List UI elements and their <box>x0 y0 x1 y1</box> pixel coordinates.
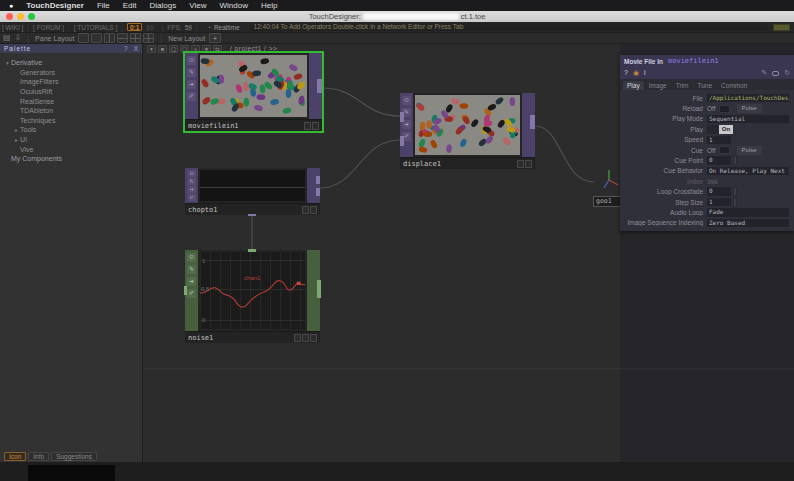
close-button[interactable] <box>6 13 13 20</box>
layout-grid-button[interactable] <box>143 33 154 43</box>
layout-hsplit-button[interactable] <box>117 33 128 43</box>
link--tutorials-[interactable]: [ TUTORIALS ] <box>74 24 117 31</box>
lock-flag-icon[interactable]: ✐ <box>188 194 196 201</box>
camera-icon[interactable]: ◉ <box>633 68 639 78</box>
chevron-right-icon[interactable]: ▸ <box>13 137 20 143</box>
menu-edit[interactable]: Edit <box>123 1 137 10</box>
palette-item-oculusrift[interactable]: OculusRift <box>0 87 142 97</box>
top-output2-connector[interactable] <box>316 188 320 196</box>
param-field[interactable]: /Applications/TouchDesigner <box>707 94 789 103</box>
top-input2-connector[interactable] <box>400 136 404 146</box>
palette-item-tools[interactable]: ▸Tools <box>0 125 142 135</box>
stop-button[interactable]: ■ <box>158 45 167 53</box>
pane-menu-button[interactable]: ▾ <box>147 45 156 53</box>
toggle-on-segment[interactable]: On <box>719 125 733 134</box>
operator-name-field[interactable]: moviefilein1 <box>668 57 719 65</box>
node-noise1[interactable]: ⊙ ✎ ➜ ✐ 1 0.5 0 chan1 <box>185 250 320 343</box>
menu-view[interactable]: View <box>189 1 206 10</box>
lock-flag-icon[interactable]: ✐ <box>187 289 196 298</box>
node-flag-box[interactable] <box>302 334 309 342</box>
palette-item-vive[interactable]: Vive <box>0 144 142 154</box>
apple-menu-icon[interactable]: ● <box>9 0 13 11</box>
node-name[interactable]: moviefilein1 <box>188 122 303 130</box>
menu-file[interactable]: File <box>97 1 110 10</box>
node-displace1[interactable]: ⊙ ✎ ➜ ✐ displace1 <box>400 93 535 169</box>
link--wiki-[interactable]: [ WIKI ] <box>2 24 23 31</box>
palette-tab-info[interactable]: Info <box>28 452 49 461</box>
layout-single-alt-button[interactable] <box>91 33 102 43</box>
palette-item-realsense[interactable]: RealSense <box>0 96 142 106</box>
node-chopto1[interactable]: ⊙ ✎ ➜ ✐ chopto1 <box>185 168 320 215</box>
param-field[interactable]: On Release, Play Next Frame <box>707 167 789 176</box>
pane-option-button[interactable]: ▢ <box>169 45 178 53</box>
palette-item-derivative[interactable]: ▾Derivative <box>0 58 142 68</box>
top-input1-connector[interactable] <box>400 112 404 122</box>
param-tab-trim[interactable]: Trim <box>672 81 693 90</box>
param-tab-common[interactable]: Common <box>717 81 751 90</box>
toggle-track[interactable] <box>719 105 730 113</box>
maximize-button[interactable] <box>28 13 35 20</box>
viewer-flag-icon[interactable]: ⊙ <box>187 253 196 262</box>
menu-window[interactable]: Window <box>219 1 247 10</box>
snapshot-icon[interactable]: ▤ <box>3 33 11 43</box>
node-flag-box[interactable] <box>525 160 532 168</box>
jelly-beans-thumbnail[interactable] <box>415 95 520 155</box>
bypass-flag-icon[interactable]: ➜ <box>187 80 196 89</box>
info-icon[interactable]: i <box>644 68 646 78</box>
link--forum-[interactable]: [ FORUM ] <box>33 24 64 31</box>
palette-help-button[interactable]: ? <box>124 45 128 52</box>
bypass-flag-icon[interactable]: ➜ <box>187 277 196 286</box>
help-icon[interactable]: ? <box>624 68 628 78</box>
bookmark-flag[interactable] <box>773 24 790 31</box>
clone-flag-icon[interactable]: ✎ <box>188 178 196 185</box>
param-field[interactable]: Fade <box>707 208 789 217</box>
palette-item-my-components[interactable]: My Components <box>0 154 142 164</box>
pane-option2-button[interactable]: ▢ <box>180 45 189 53</box>
split-pane-button[interactable]: + <box>191 45 200 53</box>
add-layout-button[interactable]: + <box>209 33 221 43</box>
param-field[interactable]: Zero Based <box>707 219 789 228</box>
node-moviefilein1[interactable]: ⊙ ✎ ➜ ✐ moviefilein1 <box>185 53 322 131</box>
node-flag-box[interactable] <box>517 160 524 168</box>
parameter-dialog-header[interactable]: Movie File In moviefilein1 <box>620 55 794 67</box>
layout-single-button[interactable] <box>78 33 89 43</box>
toggle-off-segment[interactable] <box>707 125 719 134</box>
viewer-flag-icon[interactable]: ⊙ <box>187 56 196 65</box>
node-flag-box[interactable] <box>312 122 319 130</box>
param-field[interactable]: 1 <box>707 198 731 207</box>
param-field[interactable]: 0 <box>707 187 731 196</box>
node-flag-box[interactable] <box>302 206 309 214</box>
palette-tab-icon[interactable]: Icon <box>4 452 26 461</box>
palette-close-button[interactable]: X <box>134 45 138 52</box>
save-layout-icon[interactable]: ⇩ <box>15 33 22 43</box>
viewer-flag-icon[interactable]: ⊙ <box>188 170 196 177</box>
minimize-button[interactable] <box>17 13 24 20</box>
node-flag-box[interactable] <box>294 334 301 342</box>
pulse-button[interactable]: Pulse <box>737 146 762 155</box>
chevron-down-icon[interactable]: ▾ <box>4 60 11 66</box>
clone-flag-icon[interactable]: ✎ <box>187 68 196 77</box>
bypass-flag-icon[interactable]: ➜ <box>188 186 196 193</box>
palette-item-techniques[interactable]: Techniques <box>0 116 142 126</box>
top-output-connector[interactable] <box>316 176 320 184</box>
param-slider[interactable] <box>733 187 737 196</box>
param-slider[interactable] <box>733 156 737 165</box>
palette-item-imagefilters[interactable]: ImageFilters <box>0 77 142 87</box>
language-reload-icon[interactable]: ↻ <box>784 68 790 78</box>
node-flag-box[interactable] <box>310 206 317 214</box>
lock-flag-icon[interactable]: ✐ <box>187 92 196 101</box>
swap-pane-button[interactable]: ⇆ <box>213 45 222 53</box>
param-tab-play[interactable]: Play <box>623 81 644 90</box>
param-tab-image[interactable]: Image <box>645 81 671 90</box>
network-path-breadcrumb[interactable]: / project1 / >> <box>230 45 277 52</box>
top-output-connector[interactable] <box>530 115 535 129</box>
comment-bubble-icon[interactable] <box>772 71 779 76</box>
palette-item-tdableton[interactable]: TDAbleton <box>0 106 142 116</box>
param-slider[interactable] <box>733 198 737 207</box>
pulse-button[interactable]: Pulse <box>737 104 762 113</box>
layout-vsplit-button[interactable] <box>104 33 115 43</box>
layout-three-button[interactable] <box>130 33 141 43</box>
palette-item-generators[interactable]: Generators <box>0 68 142 78</box>
param-field[interactable]: 0 <box>707 156 731 165</box>
app-menu[interactable]: TouchDesigner <box>26 1 84 10</box>
